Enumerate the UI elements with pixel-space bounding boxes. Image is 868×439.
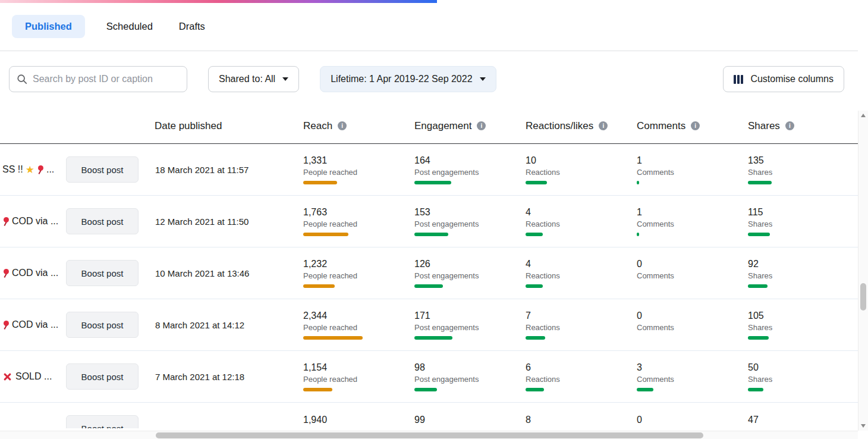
metric-value: 1	[637, 207, 748, 218]
metric-label	[637, 427, 748, 429]
engagement-metric: 171 Post engagements	[414, 311, 526, 340]
reach-metric: 1,154 People reached	[303, 362, 414, 391]
comments-bar	[637, 181, 639, 184]
pin-icon	[37, 165, 44, 174]
scroll-down-arrow[interactable]	[858, 421, 868, 431]
info-icon[interactable]: i	[691, 121, 700, 130]
shares-bar	[748, 181, 772, 184]
caption-text: COD via ...	[12, 216, 58, 227]
metric-label: Shares	[748, 375, 858, 384]
horizontal-scrollbar[interactable]	[0, 431, 858, 439]
tab-published[interactable]: Published	[12, 15, 85, 38]
metric-value: 7	[526, 311, 637, 321]
table-row: COD via ... Boost post 10 March 2021 at …	[0, 247, 858, 299]
search-input[interactable]	[33, 74, 180, 84]
horizontal-scrollbar-thumb[interactable]	[156, 432, 703, 438]
metric-label: Comments	[637, 168, 748, 177]
shares-metric: 115 Shares	[748, 207, 858, 236]
metric-label: People reached	[303, 323, 414, 332]
shares-metric: 92 Shares	[748, 259, 858, 288]
info-icon[interactable]: i	[338, 121, 347, 130]
column-header-shares: Shares i	[748, 120, 858, 132]
metric-value: 47	[748, 415, 858, 425]
reactions-metric: 10 Reactions	[526, 155, 637, 184]
reactions-bar	[526, 181, 547, 184]
table-header-row: Date published Reach i Engagement i Reac…	[0, 108, 858, 144]
comments-metric: 0	[637, 415, 748, 429]
post-caption[interactable]: COD via ...	[0, 216, 65, 227]
engagement-metric: 153 Post engagements	[414, 207, 526, 236]
metric-value: 115	[748, 207, 858, 218]
info-icon[interactable]: i	[599, 121, 608, 130]
up-arrow-icon	[861, 114, 866, 117]
metric-label: People reached	[303, 271, 414, 280]
down-arrow-icon	[861, 424, 866, 428]
date-published: 12 March 2021 at 11:50	[155, 217, 303, 227]
boost-post-button[interactable]: Boost post	[66, 415, 139, 428]
customise-columns-button[interactable]: Customise columns	[723, 66, 844, 92]
tab-scheduled[interactable]: Scheduled	[102, 15, 158, 38]
metric-value: 6	[526, 362, 637, 373]
tab-drafts[interactable]: Drafts	[174, 15, 210, 38]
metric-value: 10	[526, 155, 637, 166]
reach-bar	[303, 233, 348, 236]
boost-cell: Boost post	[65, 415, 155, 428]
pin-icon	[2, 217, 10, 226]
metric-label: People reached	[303, 375, 414, 384]
post-caption[interactable]: COD via ...	[0, 319, 65, 330]
engagement-metric: 98 Post engagements	[414, 362, 526, 391]
metric-label: People reached	[303, 168, 414, 177]
date-published: 18 March 2021 at 11:57	[155, 165, 303, 175]
engagement-bar	[414, 284, 443, 288]
metric-label: Comments	[637, 219, 748, 228]
boost-post-button[interactable]: Boost post	[66, 312, 139, 338]
boost-post-button[interactable]: Boost post	[66, 208, 139, 234]
metric-label: Post engagements	[414, 323, 526, 332]
date-range-dropdown[interactable]: Lifetime: 1 Apr 2019-22 Sep 2022	[320, 66, 496, 92]
boost-cell: Boost post	[65, 363, 155, 390]
shared-to-dropdown[interactable]: Shared to: All	[208, 66, 299, 92]
engagement-metric: 126 Post engagements	[414, 259, 526, 288]
boost-post-button[interactable]: Boost post	[66, 156, 139, 183]
metric-value: 3	[637, 362, 748, 373]
metric-value: 0	[637, 415, 748, 425]
column-label: Reactions/likes	[526, 120, 593, 132]
vertical-scrollbar-thumb[interactable]	[860, 283, 866, 311]
table-row: SS !! ★ ... Boost post 18 March 2021 at …	[0, 144, 858, 196]
boost-post-button[interactable]: Boost post	[66, 363, 139, 390]
pin-icon	[2, 321, 10, 330]
engagement-bar	[414, 336, 452, 340]
pin-icon	[2, 269, 10, 278]
metric-value: 99	[414, 415, 526, 425]
metric-label	[303, 427, 414, 429]
engagement-bar	[414, 181, 451, 184]
post-caption[interactable]: COD via ...	[0, 268, 65, 278]
search-input-wrapper	[9, 66, 187, 92]
metric-value: 98	[414, 362, 526, 373]
metric-value: 1,331	[303, 155, 414, 166]
info-icon[interactable]: i	[477, 121, 486, 130]
metric-value: 4	[526, 207, 637, 218]
vertical-scrollbar[interactable]	[858, 111, 868, 431]
table-row: SOLD ... Boost post 7 March 2021 at 12:1…	[0, 351, 858, 403]
engagement-bar	[414, 388, 437, 391]
metric-value: 1,154	[303, 362, 414, 373]
customise-columns-label: Customise columns	[750, 74, 834, 84]
post-caption[interactable]: SS !! ★ ...	[0, 164, 65, 175]
metric-value: 2,344	[303, 311, 414, 321]
shared-to-label: Shared to: All	[219, 74, 275, 84]
loading-gradient-bar	[0, 0, 437, 3]
metric-label: Shares	[748, 271, 858, 280]
reactions-metric: 4 Reactions	[526, 259, 637, 288]
reactions-bar	[526, 388, 544, 391]
boost-post-button[interactable]: Boost post	[66, 260, 139, 286]
caption-text: SS !!	[2, 164, 23, 175]
shares-metric: 135 Shares	[748, 155, 858, 184]
reactions-metric: 8	[526, 415, 637, 429]
scroll-up-arrow[interactable]	[858, 111, 868, 120]
column-header-reach: Reach i	[303, 120, 414, 132]
info-icon[interactable]: i	[785, 121, 794, 130]
column-label: Comments	[637, 120, 685, 132]
boost-cell: Boost post	[65, 312, 155, 338]
post-caption[interactable]: SOLD ...	[0, 371, 65, 382]
